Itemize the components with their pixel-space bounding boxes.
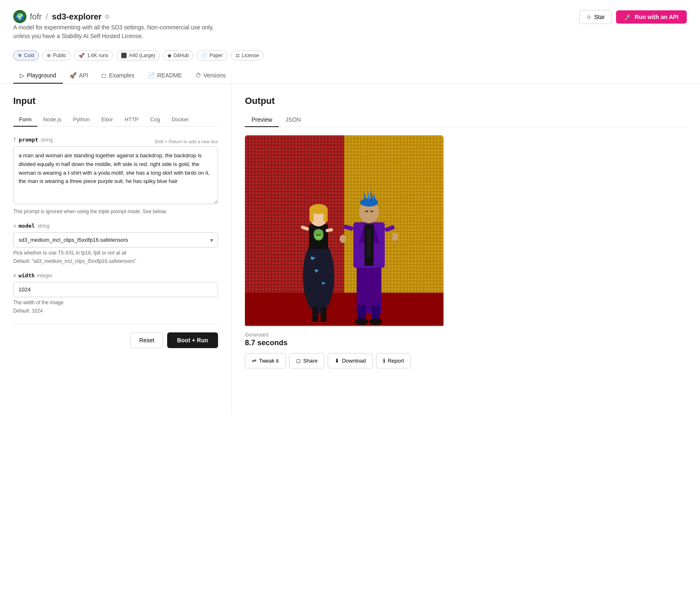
tweak-icon: ⇌ bbox=[252, 358, 257, 364]
public-label: Public bbox=[53, 53, 67, 58]
width-label: # width integer bbox=[13, 272, 218, 279]
model-label: ≡ model string bbox=[13, 223, 218, 229]
nav-tab-versions[interactable]: ⏱Versions bbox=[189, 68, 233, 84]
sub-tab-form[interactable]: Form bbox=[13, 113, 37, 127]
svg-point-48 bbox=[355, 318, 368, 325]
run-api-label: Run with an API bbox=[635, 14, 678, 20]
boot-run-button[interactable]: Boot + Run bbox=[167, 332, 218, 348]
copy-icon[interactable]: ⧉ bbox=[105, 13, 109, 20]
download-button[interactable]: ⬇Download bbox=[328, 353, 373, 368]
svg-rect-22 bbox=[309, 209, 314, 221]
license-label: License bbox=[242, 53, 259, 58]
share-label: Share bbox=[303, 358, 318, 364]
out-tab-preview[interactable]: Preview bbox=[245, 113, 279, 127]
svg-text:🐦: 🐦 bbox=[314, 268, 319, 273]
output-image-container: 🐦 🐦 🐦 bbox=[245, 135, 443, 327]
nav-tab-api[interactable]: 🚀API bbox=[63, 68, 95, 84]
svg-rect-8 bbox=[245, 293, 443, 326]
sub-tab-http[interactable]: HTTP bbox=[119, 113, 144, 127]
api-tab-icon: 🚀 bbox=[70, 72, 77, 79]
model-desc1: Pick whether to use T5-XXL in fp16, fp8 … bbox=[13, 250, 218, 256]
model-desc2: Default: "sd3_medium_incl_clips_t5xxlfp1… bbox=[13, 258, 218, 264]
repo-description: A model for experimenting with all the S… bbox=[13, 23, 220, 41]
width-field: # width integer The width of the image D… bbox=[13, 272, 218, 314]
model-select-wrapper: sd3_medium_incl_clips_t5xxlfp16.safetens… bbox=[13, 232, 218, 248]
text-icon: T bbox=[13, 137, 16, 143]
download-label: Download bbox=[342, 358, 366, 364]
svg-point-15 bbox=[314, 230, 318, 235]
reset-button[interactable]: Reset bbox=[130, 332, 163, 348]
width-desc1: The width of the image bbox=[13, 300, 218, 305]
versions-tab-icon: ⏱ bbox=[195, 72, 201, 79]
sub-tab-nodejs[interactable]: Node.js bbox=[37, 113, 67, 127]
generated-label: Generated bbox=[245, 332, 687, 338]
output-panel: Output PreviewJSON bbox=[232, 84, 700, 415]
output-title: Output bbox=[245, 96, 687, 106]
rocket-icon: 🚀 bbox=[624, 14, 631, 20]
sub-tab-python[interactable]: Python bbox=[67, 113, 95, 127]
svg-point-19 bbox=[319, 234, 321, 236]
model-select[interactable]: sd3_medium_incl_clips_t5xxlfp16.safetens… bbox=[13, 232, 218, 248]
width-type: integer bbox=[37, 273, 53, 279]
nav-tab-playground[interactable]: ▷Playground bbox=[13, 68, 63, 84]
svg-point-17 bbox=[315, 234, 322, 239]
tweak-button[interactable]: ⇌Tweak it bbox=[245, 353, 286, 368]
playground-tab-label: Playground bbox=[27, 72, 56, 79]
versions-tab-label: Versions bbox=[204, 72, 226, 79]
star-button[interactable]: ☆ Star bbox=[579, 10, 612, 24]
output-image: 🐦 🐦 🐦 bbox=[245, 135, 443, 327]
output-actions: ⇌Tweak it◻Share⬇DownloadℹReport bbox=[245, 353, 687, 368]
svg-rect-27 bbox=[321, 307, 326, 322]
title-row: 🌍 fofr / sd3-explorer ⧉ bbox=[13, 10, 220, 23]
tag-hardware[interactable]: ⬛A40 (Large) bbox=[116, 50, 160, 60]
out-tab-json[interactable]: JSON bbox=[279, 113, 307, 127]
svg-text:🐦: 🐦 bbox=[310, 255, 316, 261]
prompt-label: T prompt string bbox=[13, 137, 53, 143]
prompt-note: This prompt is ignored when using the tr… bbox=[13, 209, 218, 214]
run-api-button[interactable]: 🚀 Run with an API bbox=[616, 10, 687, 24]
generated-info: Generated 8.7 seconds bbox=[245, 332, 687, 347]
hardware-label: A40 (Large) bbox=[129, 53, 155, 58]
tag-paper[interactable]: 📄Paper bbox=[197, 50, 227, 60]
width-input[interactable] bbox=[13, 282, 218, 297]
generated-time: 8.7 seconds bbox=[245, 339, 687, 347]
prompt-type: string bbox=[41, 137, 53, 143]
nav-tab-readme[interactable]: 📄README bbox=[141, 68, 189, 84]
prompt-name: prompt bbox=[19, 137, 38, 143]
examples-tab-icon: ◻ bbox=[101, 72, 106, 79]
model-type: string bbox=[37, 223, 49, 229]
input-sub-tabs: FormNode.jsPythonElixirHTTPCogDocker bbox=[13, 113, 218, 127]
main-content: Input FormNode.jsPythonElixirHTTPCogDock… bbox=[0, 84, 700, 415]
svg-rect-31 bbox=[367, 228, 371, 257]
nav-tab-examples[interactable]: ◻Examples bbox=[95, 68, 141, 84]
cold-label: Cold bbox=[24, 53, 34, 58]
tag-cold[interactable]: ❄Cold bbox=[13, 50, 39, 60]
panel-footer: Reset Boot + Run bbox=[13, 324, 218, 348]
owner-link[interactable]: fofr bbox=[30, 12, 42, 21]
prompt-field: T prompt string Shift + Return to add a … bbox=[13, 137, 218, 214]
runs-icon: 🚀 bbox=[79, 53, 85, 58]
svg-rect-23 bbox=[324, 209, 328, 221]
report-button[interactable]: ℹReport bbox=[376, 353, 411, 368]
lines-icon: ≡ bbox=[13, 223, 16, 229]
svg-point-18 bbox=[316, 234, 318, 236]
tag-runs[interactable]: 🚀1.6K runs bbox=[74, 50, 113, 60]
page-header: 🌍 fofr / sd3-explorer ⧉ A model for expe… bbox=[0, 0, 700, 84]
tag-public[interactable]: ⊕Public bbox=[42, 50, 71, 60]
share-button[interactable]: ◻Share bbox=[289, 353, 325, 368]
report-label: Report bbox=[388, 358, 404, 364]
prompt-textarea[interactable]: a man and woman are standing together ag… bbox=[13, 146, 218, 204]
sub-tab-cog[interactable]: Cog bbox=[144, 113, 166, 127]
readme-tab-icon: 📄 bbox=[148, 72, 155, 79]
svg-rect-41 bbox=[370, 211, 373, 212]
share-icon: ◻ bbox=[296, 358, 301, 364]
paper-icon: 📄 bbox=[201, 53, 207, 58]
examples-tab-label: Examples bbox=[109, 72, 134, 79]
svg-text:🐦: 🐦 bbox=[321, 281, 326, 285]
sub-tab-docker[interactable]: Docker bbox=[166, 113, 194, 127]
sub-tab-elixir[interactable]: Elixir bbox=[96, 113, 119, 127]
owner-avatar: 🌍 bbox=[13, 10, 26, 23]
tag-github[interactable]: ◆GitHub bbox=[163, 50, 193, 60]
tags-row: ❄Cold⊕Public🚀1.6K runs⬛A40 (Large)◆GitHu… bbox=[13, 50, 687, 66]
tag-license[interactable]: ⚖License bbox=[231, 50, 264, 60]
